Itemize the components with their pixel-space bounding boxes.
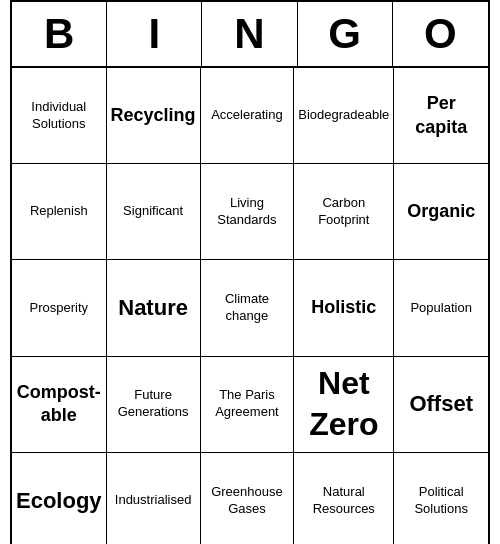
bingo-header: BINGO xyxy=(12,2,488,68)
bingo-card: BINGO Individual SolutionsRecyclingAccel… xyxy=(10,0,490,544)
bingo-cell-6: Significant xyxy=(107,164,201,260)
bingo-cell-2: Accelerating xyxy=(201,68,295,164)
bingo-cell-23: Natural Resources xyxy=(294,453,394,544)
bingo-cell-4: Per capita xyxy=(394,68,488,164)
header-letter-n: N xyxy=(202,2,297,66)
bingo-cell-1: Recycling xyxy=(107,68,201,164)
bingo-cell-18: Net Zero xyxy=(294,357,394,453)
bingo-cell-17: The Paris Agreement xyxy=(201,357,295,453)
header-letter-i: I xyxy=(107,2,202,66)
bingo-grid: Individual SolutionsRecyclingAcceleratin… xyxy=(12,68,488,544)
bingo-cell-7: Living Standards xyxy=(201,164,295,260)
header-letter-o: O xyxy=(393,2,488,66)
bingo-cell-16: Future Generations xyxy=(107,357,201,453)
bingo-cell-3: Biodegradeable xyxy=(294,68,394,164)
bingo-cell-5: Replenish xyxy=(12,164,107,260)
bingo-cell-24: Political Solutions xyxy=(394,453,488,544)
header-letter-b: B xyxy=(12,2,107,66)
header-letter-g: G xyxy=(298,2,393,66)
bingo-cell-21: Industrialised xyxy=(107,453,201,544)
bingo-cell-9: Organic xyxy=(394,164,488,260)
bingo-cell-8: Carbon Footprint xyxy=(294,164,394,260)
bingo-cell-11: Nature xyxy=(107,260,201,356)
bingo-cell-15: Compost-able xyxy=(12,357,107,453)
bingo-cell-19: Offset xyxy=(394,357,488,453)
bingo-cell-13: Holistic xyxy=(294,260,394,356)
bingo-cell-14: Population xyxy=(394,260,488,356)
bingo-cell-20: Ecology xyxy=(12,453,107,544)
bingo-cell-10: Prosperity xyxy=(12,260,107,356)
bingo-cell-22: Greenhouse Gases xyxy=(201,453,295,544)
bingo-cell-0: Individual Solutions xyxy=(12,68,107,164)
bingo-cell-12: Climate change xyxy=(201,260,295,356)
